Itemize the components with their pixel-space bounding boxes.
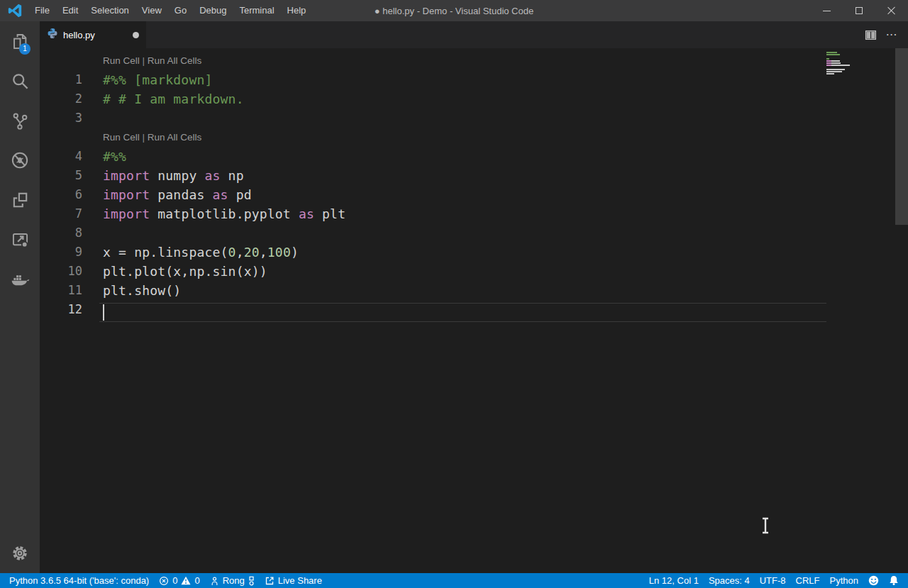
line-number: 6 [40,185,99,204]
code-line-12[interactable]: 12 [40,300,908,319]
code-text: plt.show() [103,283,181,298]
bell-icon [889,575,899,586]
status-problems[interactable]: 00 [154,573,204,588]
status-liveshare-user-text: Rong [223,575,245,586]
activitybar-item-debug[interactable] [0,140,40,180]
status-language-mode[interactable]: Python [825,573,863,588]
code-line-4[interactable]: 4#%% [40,147,908,166]
activitybar-item-explorer[interactable]: 1 [0,21,40,61]
code-line-5[interactable]: 5import numpy as np [40,166,908,185]
minimize-icon [823,11,831,11]
codelens-run-cell[interactable]: Run Cell [103,132,140,143]
line-number: 5 [40,166,99,185]
codelens-separator: | [140,55,148,66]
minimap-line [826,60,858,62]
menu-go[interactable]: Go [168,0,193,21]
code-text: import pandas as pd [103,187,252,202]
status-notifications-bell[interactable] [884,573,904,588]
mouse-cursor-ibeam [760,517,770,537]
menu-selection[interactable]: Selection [84,0,135,21]
activity-bar: 1 [0,21,40,573]
debug-icon [10,150,30,170]
close-button[interactable] [875,0,908,21]
code-line-9[interactable]: 9x = np.linspace(0,20,100) [40,243,908,262]
editor[interactable]: Run Cell | Run All Cells1#%% [markdown]2… [40,48,908,573]
status-live-share-text: Live Share [278,575,322,586]
menu-file[interactable]: File [28,0,56,21]
codelens-run-cell[interactable]: Run Cell [103,55,140,66]
code-line-7[interactable]: 7import matplotlib.pyplot as plt [40,204,908,223]
status-live-share[interactable]: Live Share [260,573,327,588]
activitybar-item-settings[interactable] [0,533,40,573]
minimap-line [826,75,858,77]
codelens-separator: | [140,132,148,143]
status-problems-text: 0 [194,575,199,586]
more-actions-button[interactable]: ⋯ [881,21,902,48]
code-text: import numpy as np [103,168,244,183]
status-encoding[interactable]: UTF-8 [755,573,791,588]
line-number: 1 [40,70,99,89]
code-lines: Run Cell | Run All Cells1#%% [markdown]2… [40,51,908,319]
status-indentation[interactable]: Spaces: 4 [704,573,755,588]
status-problems-text: 0 [172,575,177,586]
menu-edit[interactable]: Edit [56,0,84,21]
code-line-11[interactable]: 11plt.show() [40,281,908,300]
status-right: Ln 12, Col 1Spaces: 4UTF-8CRLFPython [644,573,908,588]
minimap-line [826,67,858,68]
line-number: 10 [40,262,99,281]
code-line-1[interactable]: 1#%% [markdown] [40,70,908,89]
vertical-scrollbar[interactable] [895,48,908,225]
code-text: plt.plot(x,np.sin(x)) [103,264,267,279]
line-number: 2 [40,89,99,109]
share-icon [265,576,275,586]
person-icon [210,576,219,586]
split-editor-icon [865,29,877,41]
maximize-icon [856,7,863,14]
status-python-interpreter[interactable]: Python 3.6.5 64-bit ('base': conda) [4,573,154,588]
line-number: 12 [40,300,99,319]
code-text: import matplotlib.pyplot as plt [103,206,345,221]
search-icon [11,72,30,91]
activitybar-item-search[interactable] [0,61,40,101]
activitybar-item-extensions[interactable] [0,180,40,220]
menu-terminal[interactable]: Terminal [233,0,280,21]
split-editor-button[interactable] [860,21,881,48]
line-number: 11 [40,281,99,300]
menu-view[interactable]: View [135,0,168,21]
python-file-icon [47,28,58,42]
gear-icon [10,543,30,563]
minimize-button[interactable] [810,0,843,21]
warning-icon [181,576,191,585]
minimap-line [826,69,858,70]
menu-debug[interactable]: Debug [193,0,233,21]
activitybar-item-docker[interactable] [0,260,40,299]
smiley-icon [868,575,879,586]
menu-help[interactable]: Help [281,0,313,21]
tab-bar: hello.py ⋯ [40,21,908,48]
docker-icon [10,270,30,289]
status-indentation-text: Spaces: 4 [709,575,750,586]
status-python-interpreter-text: Python 3.6.5 64-bit ('base': conda) [9,575,149,586]
code-line-2[interactable]: 2# # I am markdown. [40,89,908,109]
minimap[interactable] [826,52,858,77]
status-eol[interactable]: CRLF [791,573,825,588]
status-left: Python 3.6.5 64-bit ('base': conda)00Ron… [0,573,327,588]
code-line-3[interactable]: 3 [40,109,908,128]
codelens-run-all-cells[interactable]: Run All Cells [148,55,202,66]
minimap-line [826,73,858,74]
codelens-run-all-cells[interactable]: Run All Cells [148,132,202,143]
codelens-row: Run Cell | Run All Cells [40,128,908,147]
tab-hello-py[interactable]: hello.py [40,21,146,48]
status-feedback-smiley[interactable] [863,573,884,588]
text-cursor [103,304,104,321]
code-line-6[interactable]: 6import pandas as pd [40,185,908,204]
codelens-row: Run Cell | Run All Cells [40,51,908,70]
status-liveshare-user[interactable]: Rong [205,573,260,588]
maximize-button[interactable] [843,0,875,21]
status-cursor-position[interactable]: Ln 12, Col 1 [644,573,704,588]
code-line-8[interactable]: 8 [40,223,908,243]
title-bar: FileEditSelectionViewGoDebugTerminalHelp… [0,0,908,21]
activitybar-item-live-share[interactable] [0,220,40,260]
code-line-10[interactable]: 10plt.plot(x,np.sin(x)) [40,262,908,281]
activitybar-item-source-control[interactable] [0,101,40,140]
